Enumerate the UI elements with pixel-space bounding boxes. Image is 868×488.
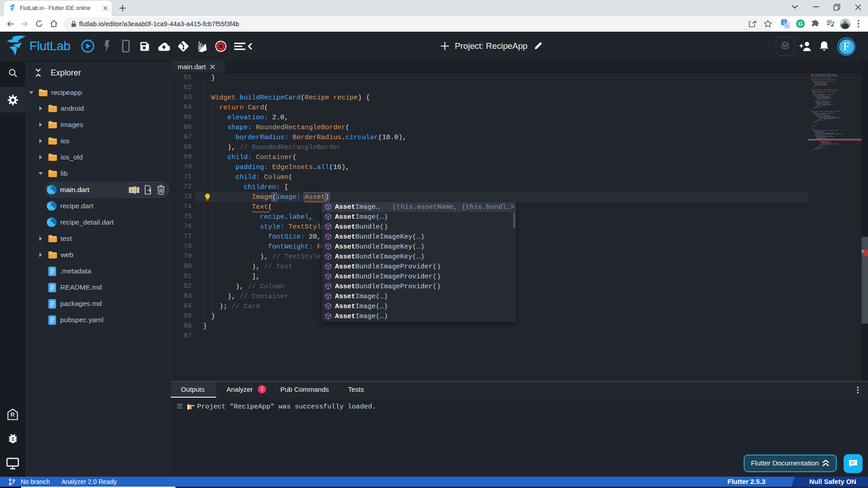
svg-text:A: A bbox=[130, 188, 133, 193]
svg-text:G: G bbox=[785, 23, 788, 28]
